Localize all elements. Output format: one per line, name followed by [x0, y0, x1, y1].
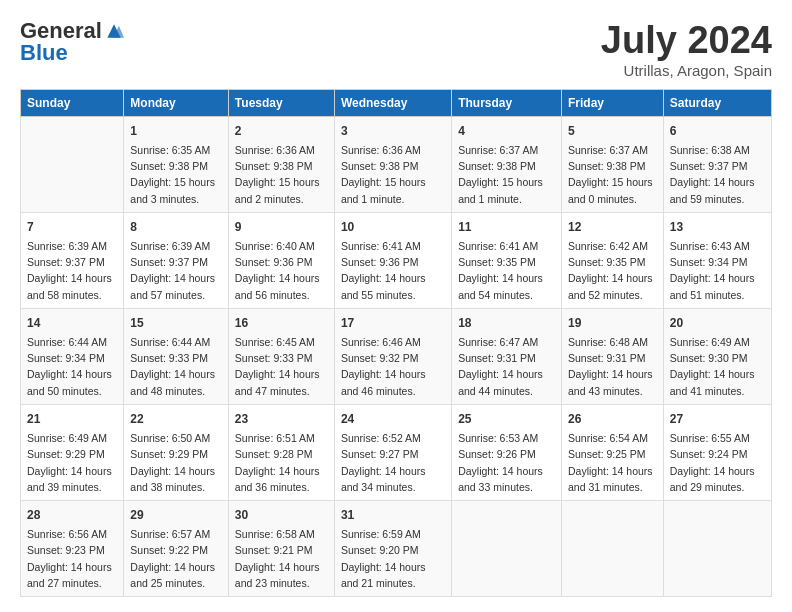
daylight-text: Daylight: 14 hours and 52 minutes.: [568, 272, 653, 300]
cell-content: Sunrise: 6:43 AM Sunset: 9:34 PM Dayligh…: [670, 238, 765, 303]
sunset-text: Sunset: 9:37 PM: [670, 160, 748, 172]
calendar-cell: 15 Sunrise: 6:44 AM Sunset: 9:33 PM Dayl…: [124, 308, 229, 404]
sunrise-text: Sunrise: 6:35 AM: [130, 144, 210, 156]
header-sunday: Sunday: [21, 89, 124, 116]
day-number: 2: [235, 122, 328, 140]
cell-content: Sunrise: 6:44 AM Sunset: 9:34 PM Dayligh…: [27, 334, 117, 399]
sunset-text: Sunset: 9:28 PM: [235, 448, 313, 460]
cell-content: Sunrise: 6:52 AM Sunset: 9:27 PM Dayligh…: [341, 430, 445, 495]
cell-content: Sunrise: 6:56 AM Sunset: 9:23 PM Dayligh…: [27, 526, 117, 591]
sunrise-text: Sunrise: 6:43 AM: [670, 240, 750, 252]
cell-content: Sunrise: 6:55 AM Sunset: 9:24 PM Dayligh…: [670, 430, 765, 495]
day-number: 31: [341, 506, 445, 524]
day-number: 8: [130, 218, 222, 236]
sunrise-text: Sunrise: 6:56 AM: [27, 528, 107, 540]
sunrise-text: Sunrise: 6:46 AM: [341, 336, 421, 348]
cell-content: Sunrise: 6:39 AM Sunset: 9:37 PM Dayligh…: [27, 238, 117, 303]
calendar-cell: [452, 501, 562, 597]
calendar-cell: 3 Sunrise: 6:36 AM Sunset: 9:38 PM Dayli…: [334, 116, 451, 212]
day-number: 17: [341, 314, 445, 332]
daylight-text: Daylight: 15 hours and 1 minute.: [458, 176, 543, 204]
cell-content: Sunrise: 6:59 AM Sunset: 9:20 PM Dayligh…: [341, 526, 445, 591]
calendar-cell: 20 Sunrise: 6:49 AM Sunset: 9:30 PM Dayl…: [663, 308, 771, 404]
day-number: 5: [568, 122, 657, 140]
calendar-week-row: 28 Sunrise: 6:56 AM Sunset: 9:23 PM Dayl…: [21, 501, 772, 597]
daylight-text: Daylight: 14 hours and 36 minutes.: [235, 465, 320, 493]
sunrise-text: Sunrise: 6:51 AM: [235, 432, 315, 444]
header-friday: Friday: [561, 89, 663, 116]
daylight-text: Daylight: 14 hours and 33 minutes.: [458, 465, 543, 493]
calendar-cell: 9 Sunrise: 6:40 AM Sunset: 9:36 PM Dayli…: [228, 212, 334, 308]
sunset-text: Sunset: 9:38 PM: [235, 160, 313, 172]
sunrise-text: Sunrise: 6:49 AM: [670, 336, 750, 348]
daylight-text: Daylight: 14 hours and 57 minutes.: [130, 272, 215, 300]
daylight-text: Daylight: 14 hours and 59 minutes.: [670, 176, 755, 204]
day-number: 25: [458, 410, 555, 428]
day-number: 24: [341, 410, 445, 428]
calendar-week-row: 1 Sunrise: 6:35 AM Sunset: 9:38 PM Dayli…: [21, 116, 772, 212]
sunrise-text: Sunrise: 6:53 AM: [458, 432, 538, 444]
sunrise-text: Sunrise: 6:36 AM: [235, 144, 315, 156]
calendar-cell: [663, 501, 771, 597]
sunrise-text: Sunrise: 6:52 AM: [341, 432, 421, 444]
sunrise-text: Sunrise: 6:37 AM: [568, 144, 648, 156]
sunset-text: Sunset: 9:22 PM: [130, 544, 208, 556]
calendar-cell: 19 Sunrise: 6:48 AM Sunset: 9:31 PM Dayl…: [561, 308, 663, 404]
day-number: 11: [458, 218, 555, 236]
calendar-cell: 2 Sunrise: 6:36 AM Sunset: 9:38 PM Dayli…: [228, 116, 334, 212]
day-number: 23: [235, 410, 328, 428]
calendar-cell: 4 Sunrise: 6:37 AM Sunset: 9:38 PM Dayli…: [452, 116, 562, 212]
sunset-text: Sunset: 9:30 PM: [670, 352, 748, 364]
logo-icon: [104, 22, 124, 40]
sunrise-text: Sunrise: 6:50 AM: [130, 432, 210, 444]
calendar-cell: 18 Sunrise: 6:47 AM Sunset: 9:31 PM Dayl…: [452, 308, 562, 404]
cell-content: Sunrise: 6:49 AM Sunset: 9:29 PM Dayligh…: [27, 430, 117, 495]
sunrise-text: Sunrise: 6:55 AM: [670, 432, 750, 444]
cell-content: Sunrise: 6:54 AM Sunset: 9:25 PM Dayligh…: [568, 430, 657, 495]
calendar-cell: 6 Sunrise: 6:38 AM Sunset: 9:37 PM Dayli…: [663, 116, 771, 212]
calendar-week-row: 21 Sunrise: 6:49 AM Sunset: 9:29 PM Dayl…: [21, 404, 772, 500]
title-block: July 2024 Utrillas, Aragon, Spain: [601, 20, 772, 79]
cell-content: Sunrise: 6:37 AM Sunset: 9:38 PM Dayligh…: [458, 142, 555, 207]
cell-content: Sunrise: 6:41 AM Sunset: 9:36 PM Dayligh…: [341, 238, 445, 303]
cell-content: Sunrise: 6:49 AM Sunset: 9:30 PM Dayligh…: [670, 334, 765, 399]
sunset-text: Sunset: 9:33 PM: [235, 352, 313, 364]
daylight-text: Daylight: 14 hours and 51 minutes.: [670, 272, 755, 300]
day-number: 16: [235, 314, 328, 332]
cell-content: Sunrise: 6:47 AM Sunset: 9:31 PM Dayligh…: [458, 334, 555, 399]
daylight-text: Daylight: 14 hours and 41 minutes.: [670, 368, 755, 396]
day-number: 13: [670, 218, 765, 236]
sunrise-text: Sunrise: 6:47 AM: [458, 336, 538, 348]
day-number: 12: [568, 218, 657, 236]
sunrise-text: Sunrise: 6:48 AM: [568, 336, 648, 348]
header-monday: Monday: [124, 89, 229, 116]
calendar-cell: 21 Sunrise: 6:49 AM Sunset: 9:29 PM Dayl…: [21, 404, 124, 500]
day-number: 21: [27, 410, 117, 428]
sunset-text: Sunset: 9:35 PM: [568, 256, 646, 268]
sunset-text: Sunset: 9:38 PM: [341, 160, 419, 172]
calendar-header-row: SundayMondayTuesdayWednesdayThursdayFrid…: [21, 89, 772, 116]
sunset-text: Sunset: 9:36 PM: [341, 256, 419, 268]
sunset-text: Sunset: 9:35 PM: [458, 256, 536, 268]
day-number: 22: [130, 410, 222, 428]
sunset-text: Sunset: 9:32 PM: [341, 352, 419, 364]
header-wednesday: Wednesday: [334, 89, 451, 116]
sunrise-text: Sunrise: 6:49 AM: [27, 432, 107, 444]
sunrise-text: Sunrise: 6:41 AM: [341, 240, 421, 252]
sunset-text: Sunset: 9:25 PM: [568, 448, 646, 460]
calendar-cell: 10 Sunrise: 6:41 AM Sunset: 9:36 PM Dayl…: [334, 212, 451, 308]
page-header: General Blue July 2024 Utrillas, Aragon,…: [20, 20, 772, 79]
daylight-text: Daylight: 14 hours and 56 minutes.: [235, 272, 320, 300]
day-number: 3: [341, 122, 445, 140]
day-number: 1: [130, 122, 222, 140]
daylight-text: Daylight: 14 hours and 27 minutes.: [27, 561, 112, 589]
calendar-cell: 5 Sunrise: 6:37 AM Sunset: 9:38 PM Dayli…: [561, 116, 663, 212]
calendar-cell: 17 Sunrise: 6:46 AM Sunset: 9:32 PM Dayl…: [334, 308, 451, 404]
calendar-week-row: 14 Sunrise: 6:44 AM Sunset: 9:34 PM Dayl…: [21, 308, 772, 404]
sunrise-text: Sunrise: 6:39 AM: [27, 240, 107, 252]
sunset-text: Sunset: 9:38 PM: [458, 160, 536, 172]
sunset-text: Sunset: 9:29 PM: [27, 448, 105, 460]
sunrise-text: Sunrise: 6:44 AM: [27, 336, 107, 348]
cell-content: Sunrise: 6:53 AM Sunset: 9:26 PM Dayligh…: [458, 430, 555, 495]
calendar-cell: 28 Sunrise: 6:56 AM Sunset: 9:23 PM Dayl…: [21, 501, 124, 597]
